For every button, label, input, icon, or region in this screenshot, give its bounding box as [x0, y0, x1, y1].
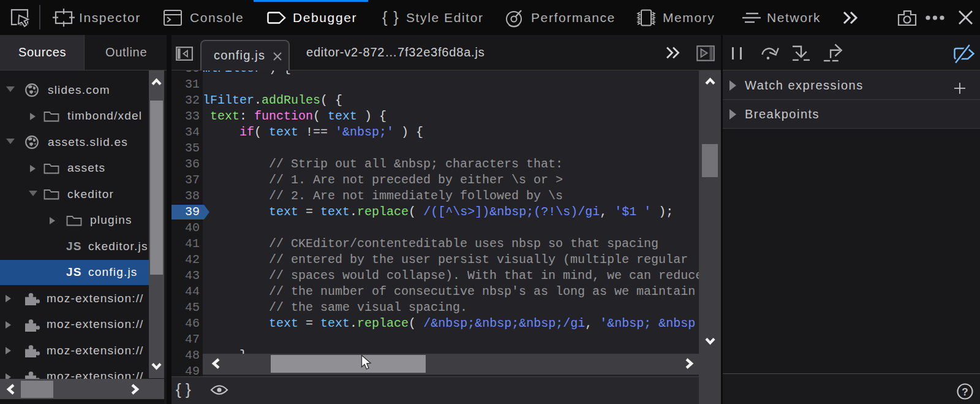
svg-text:?: ?	[962, 386, 968, 398]
